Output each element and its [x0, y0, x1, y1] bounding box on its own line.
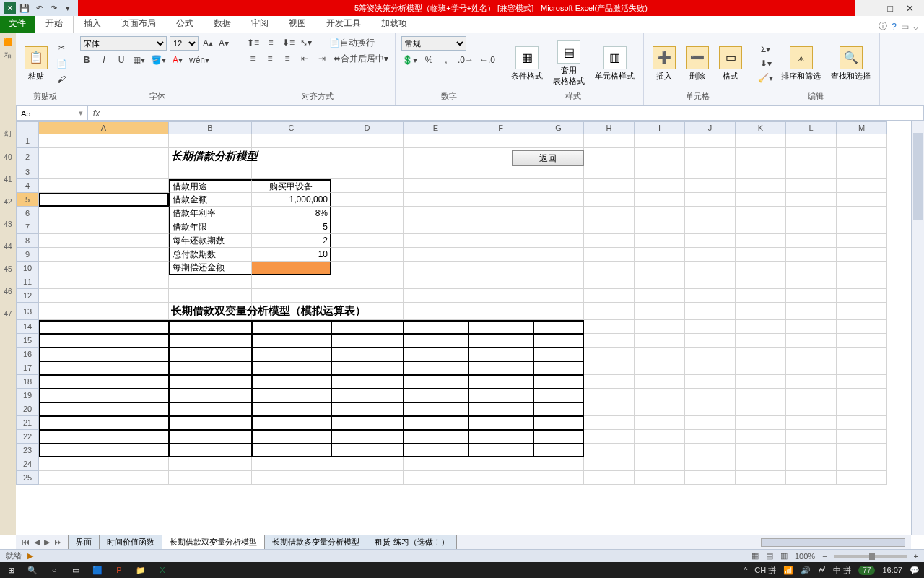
align-bottom-icon[interactable]: ⬇≡ [282, 36, 295, 49]
cell-H2[interactable] [584, 148, 635, 165]
align-middle-icon[interactable]: ≡ [264, 36, 277, 49]
cell-B6[interactable]: 借款年利率 [169, 207, 252, 220]
cell-H17[interactable] [584, 361, 635, 375]
cell-A11[interactable] [39, 275, 169, 289]
cell-D22[interactable] [331, 430, 404, 444]
cell-L15[interactable] [786, 334, 837, 348]
cell-B3[interactable] [169, 165, 252, 179]
cell-K11[interactable] [736, 275, 786, 289]
cond-format-button[interactable]: ▦条件格式 [508, 36, 546, 91]
cell-D3[interactable] [331, 165, 404, 179]
sort-filter-button[interactable]: ⟁排序和筛选 [778, 36, 824, 91]
cell-A13[interactable] [39, 303, 169, 320]
cell-A2[interactable] [39, 148, 169, 165]
col-header-M[interactable]: M [837, 121, 887, 134]
tab-addins[interactable]: 加载项 [371, 14, 417, 33]
cell-K2[interactable] [736, 148, 786, 165]
cell-M5[interactable] [837, 193, 887, 207]
cell-D1[interactable] [331, 134, 404, 148]
cell-G19[interactable] [533, 389, 584, 402]
cell-I13[interactable] [635, 303, 685, 320]
cell-B4[interactable]: 借款用途 [169, 179, 252, 193]
formula-input[interactable] [105, 109, 923, 118]
cell-M17[interactable] [837, 361, 887, 375]
cell-J17[interactable] [685, 361, 736, 375]
cell-L9[interactable] [786, 248, 837, 262]
cell-C19[interactable] [252, 389, 331, 402]
cell-L11[interactable] [786, 275, 837, 289]
cell-F3[interactable] [468, 165, 533, 179]
currency-icon[interactable]: 💲▾ [401, 53, 418, 66]
cell-A5[interactable] [39, 193, 169, 207]
cell-M3[interactable] [837, 165, 887, 179]
row-header-18[interactable]: 18 [16, 375, 39, 389]
cell-J1[interactable] [685, 134, 736, 148]
cell-I19[interactable] [635, 389, 685, 402]
row-header-19[interactable]: 19 [16, 389, 39, 402]
cell-H15[interactable] [584, 334, 635, 348]
cell-K12[interactable] [736, 289, 786, 303]
align-left-icon[interactable]: ≡ [246, 52, 259, 65]
indent-inc-icon[interactable]: ⇥ [315, 52, 328, 65]
row-header-7[interactable]: 7 [16, 220, 39, 234]
cell-E23[interactable] [404, 444, 468, 457]
cell-K7[interactable] [736, 220, 786, 234]
cell-L25[interactable] [786, 471, 837, 485]
cell-M13[interactable] [837, 303, 887, 320]
col-header-A[interactable]: A [39, 121, 169, 134]
cell-D17[interactable] [331, 361, 404, 375]
tab-dev[interactable]: 开发工具 [316, 14, 371, 33]
cell-D2[interactable] [331, 148, 404, 165]
cell-J24[interactable] [685, 457, 736, 471]
cell-H8[interactable] [584, 234, 635, 248]
col-header-E[interactable]: E [404, 121, 468, 134]
cell-M15[interactable] [837, 334, 887, 348]
cell-G6[interactable] [533, 207, 584, 220]
cell-A3[interactable] [39, 165, 169, 179]
cell-H9[interactable] [584, 248, 635, 262]
cell-I11[interactable] [635, 275, 685, 289]
cell-D25[interactable] [331, 471, 404, 485]
cell-D6[interactable] [331, 207, 404, 220]
cell-J11[interactable] [685, 275, 736, 289]
row-header-23[interactable]: 23 [16, 444, 39, 457]
cell-A8[interactable] [39, 234, 169, 248]
view-normal-icon[interactable]: ▦ [751, 551, 759, 561]
cell-C9[interactable]: 10 [252, 248, 331, 262]
zoom-slider[interactable] [834, 555, 907, 558]
col-header-B[interactable]: B [169, 121, 252, 134]
font-color-icon[interactable]: A▾ [171, 53, 184, 66]
cell-F22[interactable] [468, 430, 533, 444]
cell-B10[interactable]: 每期偿还金额 [169, 262, 252, 275]
tab-file[interactable]: 文件 [0, 14, 35, 33]
sheet-tab-4[interactable]: 租赁-练习（选做！） [367, 535, 457, 550]
cell-I12[interactable] [635, 289, 685, 303]
cell-F9[interactable] [468, 248, 533, 262]
name-box[interactable]: ▾ [16, 105, 88, 121]
cell-G22[interactable] [533, 430, 584, 444]
qat-undo-icon[interactable]: ↶ [33, 2, 45, 14]
cell-G5[interactable] [533, 193, 584, 207]
cell-I22[interactable] [635, 430, 685, 444]
row-header-13[interactable]: 13 [16, 303, 39, 320]
row-header-12[interactable]: 12 [16, 289, 39, 303]
cell-J7[interactable] [685, 220, 736, 234]
cell-B7[interactable]: 借款年限 [169, 220, 252, 234]
qat-save-icon[interactable]: 💾 [19, 2, 30, 14]
cell-L7[interactable] [786, 220, 837, 234]
volume-icon[interactable]: 🔊 [801, 566, 811, 575]
cell-A16[interactable] [39, 348, 169, 361]
cell-A25[interactable] [39, 471, 169, 485]
cell-F10[interactable] [468, 262, 533, 275]
sheet-tab-2[interactable]: 长期借款双变量分析模型 [162, 535, 265, 550]
cell-E2[interactable] [404, 148, 468, 165]
cell-I7[interactable] [635, 220, 685, 234]
cell-J15[interactable] [685, 334, 736, 348]
cell-C17[interactable] [252, 361, 331, 375]
cell-J3[interactable] [685, 165, 736, 179]
cell-K24[interactable] [736, 457, 786, 471]
cell-I10[interactable] [635, 262, 685, 275]
cell-G4[interactable] [533, 179, 584, 193]
delete-cells-button[interactable]: ➖删除 [683, 36, 712, 91]
cell-C14[interactable] [252, 320, 331, 334]
